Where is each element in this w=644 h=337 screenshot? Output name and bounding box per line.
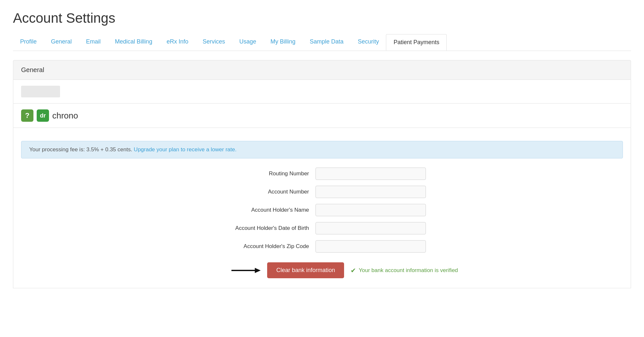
routing-number-input[interactable] [316,168,426,180]
tabs-nav: Profile General Email Medical Billing eR… [13,34,631,51]
check-icon: ✔ [351,267,356,274]
account-number-input[interactable] [316,186,426,198]
tab-profile[interactable]: Profile [13,34,44,51]
tab-email[interactable]: Email [79,34,108,51]
action-row: Clear bank information ✔ Your bank accou… [28,262,616,278]
section-title: General [21,66,44,73]
arrow-icon [231,266,261,275]
account-holder-name-row: Account Holder's Name [28,204,616,216]
section-header: General [13,60,631,80]
page-title: Account Settings [13,10,631,26]
info-banner: Your processing fee is: 3.5% + 0.35 cent… [21,141,623,158]
routing-number-row: Routing Number [28,168,616,180]
logo-row: ? dr chrono [13,104,631,128]
account-number-row: Account Number [28,186,616,198]
tab-usage[interactable]: Usage [232,34,263,51]
upgrade-link[interactable]: Upgrade your plan to receive a lower rat… [134,146,237,153]
account-holder-dob-label: Account Holder's Date of Birth [218,225,316,231]
page-wrapper: Account Settings Profile General Email M… [0,0,644,308]
banner-text: Your processing fee is: 3.5% + 0.35 cent… [29,146,132,153]
account-holder-zip-input[interactable] [316,240,426,253]
account-holder-dob-input[interactable] [316,222,426,234]
tab-medical-billing[interactable]: Medical Billing [108,34,159,51]
account-holder-zip-label: Account Holder's Zip Code [218,243,316,250]
verified-message: ✔ Your bank account information is verif… [351,267,458,274]
placeholder-rect [21,86,60,97]
main-content: Your processing fee is: 3.5% + 0.35 cent… [13,128,631,288]
brand-name: chrono [52,111,78,121]
tab-general[interactable]: General [44,34,79,51]
account-holder-dob-row: Account Holder's Date of Birth [28,222,616,234]
account-holder-name-label: Account Holder's Name [218,207,316,213]
routing-number-label: Routing Number [218,170,316,177]
tab-sample-data[interactable]: Sample Data [303,34,351,51]
placeholder-box-row [13,80,631,104]
tab-services[interactable]: Services [195,34,232,51]
dr-logo-icon: dr [37,109,49,122]
question-icon: ? [21,109,33,122]
svg-marker-1 [255,268,261,273]
verified-text: Your bank account information is verifie… [359,267,458,274]
tab-security[interactable]: Security [351,34,386,51]
form-section: Routing Number Account Number Account Ho… [21,168,623,278]
tab-patient-payments[interactable]: Patient Payments [386,34,447,51]
account-holder-name-input[interactable] [316,204,426,216]
account-number-label: Account Number [218,189,316,195]
tab-my-billing[interactable]: My Billing [263,34,303,51]
account-holder-zip-row: Account Holder's Zip Code [28,240,616,253]
tab-erx-info[interactable]: eRx Info [159,34,195,51]
clear-bank-info-button[interactable]: Clear bank information [267,262,344,278]
